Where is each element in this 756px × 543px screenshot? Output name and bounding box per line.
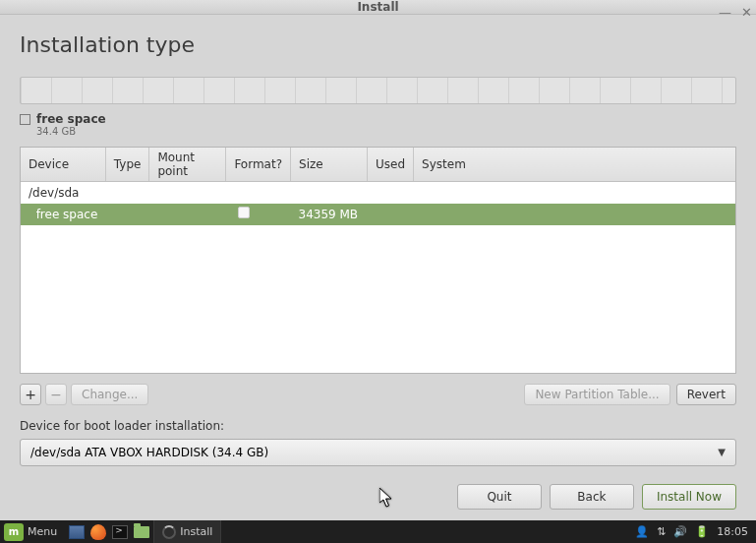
add-partition-button[interactable]: + xyxy=(20,384,41,405)
window-title: Install xyxy=(357,0,398,14)
bootloader-device-select[interactable]: /dev/sda ATA VBOX HARDDISK (34.4 GB) ▼ xyxy=(20,439,736,466)
cell-device: free space xyxy=(21,204,105,225)
page-title: Installation type xyxy=(20,32,736,57)
spinner-icon xyxy=(162,525,176,539)
install-window: Install — ✕ Installation type free space… xyxy=(0,0,756,520)
user-icon[interactable]: 👤 xyxy=(635,525,649,538)
table-header-row: Device Type Mount point Format? Size Use… xyxy=(21,148,735,182)
table-empty-space xyxy=(21,225,735,373)
titlebar: Install — ✕ xyxy=(0,0,756,15)
col-size[interactable]: Size xyxy=(291,148,368,182)
legend-size: 34.4 GB xyxy=(36,126,106,137)
quit-button[interactable]: Quit xyxy=(457,484,542,510)
new-partition-table-button[interactable]: New Partition Table... xyxy=(524,384,669,405)
bootloader-label: Device for boot loader installation: xyxy=(20,419,736,433)
table-row-freespace[interactable]: free space 34359 MB xyxy=(21,204,735,225)
battery-icon[interactable]: 🔋 xyxy=(695,525,709,538)
partition-table: Device Type Mount point Format? Size Use… xyxy=(20,147,736,374)
cell-type xyxy=(105,204,149,225)
back-button[interactable]: Back xyxy=(550,484,634,510)
revert-button[interactable]: Revert xyxy=(676,384,736,405)
col-mount[interactable]: Mount point xyxy=(149,148,226,182)
mint-logo-icon[interactable]: m xyxy=(4,523,24,541)
cell-system xyxy=(414,204,735,225)
cell-mount xyxy=(149,204,226,225)
cell-device: /dev/sda xyxy=(21,182,735,204)
legend-swatch-freespace xyxy=(20,114,30,125)
firefox-icon[interactable] xyxy=(88,523,108,541)
install-now-button[interactable]: Install Now xyxy=(642,484,736,510)
chevron-down-icon: ▼ xyxy=(718,447,726,457)
cell-used xyxy=(368,204,414,225)
col-format[interactable]: Format? xyxy=(226,148,291,182)
cell-size: 34359 MB xyxy=(291,204,368,225)
partition-bar[interactable] xyxy=(20,77,736,104)
volume-icon[interactable]: 🔊 xyxy=(673,525,687,538)
menu-button[interactable]: Menu xyxy=(28,525,57,538)
change-partition-button[interactable]: Change... xyxy=(71,384,148,405)
clock[interactable]: 18:05 xyxy=(717,525,748,538)
taskbar-app-label: Install xyxy=(180,525,212,538)
format-checkbox[interactable] xyxy=(238,207,250,218)
col-used[interactable]: Used xyxy=(368,148,414,182)
table-row-disk[interactable]: /dev/sda xyxy=(21,182,735,204)
legend-label: free space xyxy=(36,112,106,126)
col-type[interactable]: Type xyxy=(105,148,149,182)
partition-legend: free space 34.4 GB xyxy=(20,112,736,137)
close-icon[interactable]: ✕ xyxy=(741,5,752,20)
network-icon[interactable]: ⇅ xyxy=(657,525,666,538)
taskbar: m Menu Install 👤 ⇅ 🔊 🔋 18:05 xyxy=(0,520,756,543)
col-device[interactable]: Device xyxy=(21,148,105,182)
show-desktop-icon[interactable] xyxy=(67,523,87,541)
col-system[interactable]: System xyxy=(414,148,735,182)
remove-partition-button[interactable]: − xyxy=(45,384,67,405)
minimize-icon[interactable]: — xyxy=(719,5,731,20)
files-icon[interactable] xyxy=(132,523,151,541)
bootloader-value: /dev/sda ATA VBOX HARDDISK (34.4 GB) xyxy=(30,446,268,459)
taskbar-app-install[interactable]: Install xyxy=(153,520,221,543)
cell-format xyxy=(226,204,291,225)
terminal-icon[interactable] xyxy=(110,523,130,541)
